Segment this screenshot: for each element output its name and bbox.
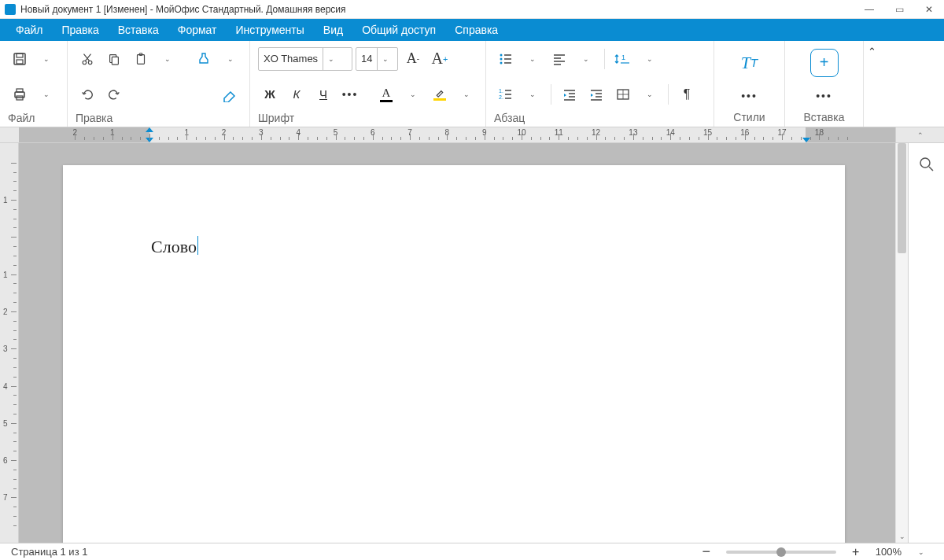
zoom-dropdown[interactable]: ⌄	[909, 540, 933, 561]
zoom-in-button[interactable]: +	[844, 540, 868, 561]
menu-view[interactable]: Вид	[314, 20, 352, 39]
format-painter-dropdown[interactable]: ⌄	[219, 47, 242, 71]
menu-file[interactable]: Файл	[6, 20, 52, 39]
numbered-list-dropdown[interactable]: ⌄	[521, 83, 544, 106]
more-styles-button[interactable]: •••	[738, 84, 761, 108]
maximize-button[interactable]: ▭	[894, 4, 905, 15]
svg-rect-9	[112, 57, 118, 64]
group-edit-label: Правка	[68, 112, 249, 127]
zoom-value: 100%	[876, 546, 902, 558]
increase-indent-button[interactable]	[584, 83, 608, 106]
menu-insert[interactable]: Вставка	[109, 20, 168, 39]
eraser-button[interactable]	[218, 83, 242, 106]
collapse-ribbon-button[interactable]: ⌃	[864, 41, 879, 57]
minimize-button[interactable]: —	[864, 4, 875, 15]
menu-bar: Файл Правка Вставка Формат Инструменты В…	[0, 19, 944, 41]
bullet-list-button[interactable]	[494, 47, 518, 71]
zoom-out-button[interactable]: −	[695, 540, 718, 561]
svg-text:1: 1	[621, 53, 625, 61]
first-line-indent-marker[interactable]	[146, 127, 153, 132]
svg-point-13	[500, 57, 503, 60]
svg-rect-5	[17, 96, 23, 100]
more-font-button[interactable]: •••	[338, 83, 362, 106]
zoom-slider[interactable]	[726, 551, 836, 554]
insert-button[interactable]: +	[810, 49, 839, 77]
document-text[interactable]: Слово	[151, 237, 197, 256]
font-increase-button[interactable]: A+	[428, 47, 452, 71]
menu-help[interactable]: Справка	[445, 20, 507, 39]
save-button[interactable]	[8, 47, 31, 71]
app-icon	[5, 4, 16, 15]
font-name-value: XO Thames	[264, 53, 318, 64]
right-indent-marker[interactable]	[802, 138, 810, 142]
scrollbar-thumb[interactable]	[898, 143, 906, 253]
bold-button[interactable]: Ж	[258, 83, 282, 106]
page-status: Страница 1 из 1	[11, 546, 695, 558]
svg-rect-8	[110, 54, 116, 62]
svg-point-12	[500, 53, 503, 56]
vertical-ruler[interactable]: 11234567	[0, 143, 19, 543]
separator	[604, 49, 605, 69]
print-button[interactable]	[8, 83, 31, 106]
numbered-list-button[interactable]: 1.2.	[494, 83, 518, 106]
pilcrow-button[interactable]: ¶	[675, 83, 699, 106]
print-dropdown[interactable]: ⌄	[35, 83, 58, 106]
group-edit: ⌄ ⌄ Правка	[68, 41, 250, 127]
svg-rect-3	[15, 92, 24, 98]
bullet-list-dropdown[interactable]: ⌄	[521, 47, 544, 71]
separator	[668, 84, 669, 105]
decrease-indent-button[interactable]	[558, 83, 581, 106]
align-dropdown[interactable]: ⌄	[574, 47, 598, 71]
font-color-dropdown[interactable]: ⌄	[401, 83, 425, 106]
svg-text:1.: 1.	[499, 88, 503, 94]
search-icon[interactable]	[915, 153, 938, 176]
highlight-button[interactable]	[428, 83, 452, 106]
format-painter-button[interactable]	[192, 47, 216, 71]
scroll-up-arrow[interactable]: ⌃	[917, 129, 924, 142]
svg-rect-1	[17, 53, 23, 57]
font-color-button[interactable]: A	[374, 83, 398, 106]
paste-button[interactable]	[129, 47, 153, 71]
vertical-scrollbar[interactable]: ⌄	[895, 143, 908, 543]
svg-text:2.: 2.	[499, 94, 503, 100]
group-paragraph-label: Абзац	[486, 112, 714, 127]
horizontal-ruler[interactable]: 21123456789101112131415161718 ⌃	[0, 127, 944, 143]
document-canvas[interactable]: Слово	[19, 143, 895, 543]
undo-button[interactable]	[76, 83, 99, 106]
more-insert-button[interactable]: •••	[813, 84, 836, 108]
close-button[interactable]: ✕	[924, 4, 935, 15]
separator	[551, 84, 551, 105]
toolbar: ⌄ ⌄ Файл ⌄ ⌄	[0, 41, 944, 127]
save-dropdown[interactable]: ⌄	[35, 47, 58, 71]
group-styles: TT ••• Стили	[714, 41, 785, 127]
borders-button[interactable]	[611, 83, 635, 106]
paste-dropdown[interactable]: ⌄	[156, 47, 179, 71]
font-name-select[interactable]: XO Thames⌄	[258, 47, 352, 71]
underline-button[interactable]: Ч	[312, 83, 335, 106]
window-title: Новый документ 1 [Изменен] - МойОфис Ста…	[20, 4, 864, 15]
svg-point-6	[83, 61, 87, 64]
line-spacing-dropdown[interactable]: ⌄	[638, 47, 662, 71]
svg-rect-11	[139, 53, 142, 55]
cut-button[interactable]	[76, 47, 99, 71]
styles-button[interactable]: TT	[738, 51, 761, 75]
window-controls: — ▭ ✕	[864, 4, 935, 15]
menu-tools[interactable]: Инструменты	[227, 20, 314, 39]
font-decrease-button[interactable]: A-	[401, 47, 425, 71]
menu-share[interactable]: Общий доступ	[352, 20, 445, 39]
italic-button[interactable]: К	[285, 83, 308, 106]
group-font-label: Шрифт	[250, 112, 485, 127]
menu-edit[interactable]: Правка	[52, 20, 108, 39]
workspace: 11234567 Слово ⌄	[0, 143, 944, 543]
highlight-dropdown[interactable]: ⌄	[455, 83, 478, 106]
align-button[interactable]	[548, 47, 571, 71]
redo-button[interactable]	[102, 83, 126, 106]
borders-dropdown[interactable]: ⌄	[638, 83, 662, 106]
page[interactable]: Слово	[63, 165, 845, 543]
line-spacing-button[interactable]: 1	[611, 47, 635, 71]
font-size-select[interactable]: 14⌄	[356, 47, 398, 71]
menu-format[interactable]: Формат	[168, 20, 227, 39]
zoom-slider-thumb[interactable]	[776, 547, 786, 557]
copy-button[interactable]	[102, 47, 126, 71]
svg-point-7	[88, 61, 92, 64]
